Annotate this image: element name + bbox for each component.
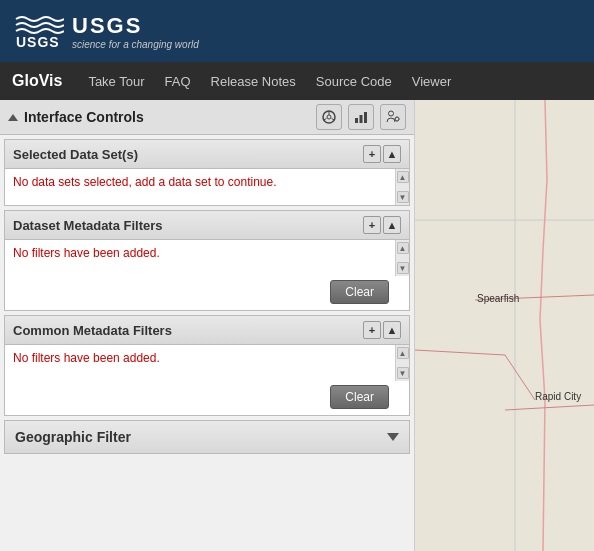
selected-datasets-collapse-btn[interactable]: ▲ — [383, 145, 401, 163]
usgs-logo-icon: USGS — [12, 9, 64, 53]
common-metadata-header: Common Metadata Filters + ▲ — [5, 316, 409, 345]
dataset-clear-button[interactable]: Clear — [330, 280, 389, 304]
svg-line-5 — [332, 119, 335, 121]
selected-datasets-add-btn[interactable]: + — [363, 145, 381, 163]
selected-datasets-header: Selected Data Set(s) + ▲ — [5, 140, 409, 169]
dataset-metadata-message: No filters have been added. — [13, 246, 160, 260]
common-metadata-collapse-btn[interactable]: ▲ — [383, 321, 401, 339]
nav-bar: GloVis Take Tour FAQ Release Notes Sourc… — [0, 62, 594, 100]
common-clear-row: Clear — [5, 381, 409, 415]
geographic-filter-header[interactable]: Geographic Filter — [5, 421, 409, 453]
common-metadata-message: No filters have been added. — [13, 351, 160, 365]
common-metadata-add-btn[interactable]: + — [363, 321, 381, 339]
svg-rect-9 — [364, 112, 367, 123]
common-clear-button[interactable]: Clear — [330, 385, 389, 409]
dataset-metadata-scrollbar: ▲ ▼ — [395, 240, 409, 276]
selected-datasets-content: No data sets selected, add a data set to… — [5, 169, 395, 205]
common-metadata-title: Common Metadata Filters — [13, 323, 172, 338]
common-metadata-scrollbar: ▲ ▼ — [395, 345, 409, 381]
dataset-scroll-down[interactable]: ▼ — [397, 262, 409, 274]
scroll-down-arrow[interactable]: ▼ — [397, 191, 409, 203]
map-svg: Spearfish Rapid City — [415, 100, 594, 551]
selected-datasets-title: Selected Data Set(s) — [13, 147, 138, 162]
interface-controls-label: Interface Controls — [24, 109, 144, 125]
geographic-filter-section: Geographic Filter — [4, 420, 410, 454]
dataset-metadata-content: No filters have been added. — [5, 240, 395, 276]
svg-text:Rapid City: Rapid City — [535, 391, 581, 402]
common-scroll-down[interactable]: ▼ — [397, 367, 409, 379]
svg-point-3 — [327, 115, 331, 119]
common-metadata-controls: + ▲ — [363, 321, 401, 339]
svg-point-10 — [389, 111, 394, 116]
usgs-text: USGS science for a changing world — [72, 13, 199, 50]
nav-release-notes[interactable]: Release Notes — [201, 74, 306, 89]
person-gear-icon[interactable] — [380, 104, 406, 130]
dataset-metadata-collapse-btn[interactable]: ▲ — [383, 216, 401, 234]
usgs-header: USGS USGS science for a changing world — [0, 0, 594, 62]
steering-wheel-icon[interactable] — [316, 104, 342, 130]
nav-faq[interactable]: FAQ — [155, 74, 201, 89]
svg-rect-7 — [355, 118, 358, 123]
svg-rect-16 — [415, 100, 594, 551]
svg-text:USGS: USGS — [16, 34, 60, 50]
dataset-metadata-add-btn[interactable]: + — [363, 216, 381, 234]
nav-take-tour[interactable]: Take Tour — [78, 74, 154, 89]
nav-viewer[interactable]: Viewer — [402, 74, 462, 89]
usgs-brand: USGS — [72, 13, 199, 39]
dataset-clear-row: Clear — [5, 276, 409, 310]
svg-line-6 — [324, 119, 327, 121]
common-scroll-up[interactable]: ▲ — [397, 347, 409, 359]
main-layout: Interface Controls — [0, 100, 594, 551]
chart-icon[interactable] — [348, 104, 374, 130]
dataset-metadata-body: No filters have been added. ▲ ▼ — [5, 240, 409, 276]
collapse-icon[interactable] — [8, 114, 18, 121]
interface-controls-header: Interface Controls — [0, 100, 414, 135]
selected-datasets-controls: + ▲ — [363, 145, 401, 163]
usgs-logo: USGS USGS science for a changing world — [12, 9, 199, 53]
svg-text:Spearfish: Spearfish — [477, 293, 519, 304]
map-area: Spearfish Rapid City — [415, 100, 594, 551]
selected-datasets-body: No data sets selected, add a data set to… — [5, 169, 409, 205]
left-panel: Interface Controls — [0, 100, 415, 551]
selected-datasets-section: Selected Data Set(s) + ▲ No data sets se… — [4, 139, 410, 206]
geographic-filter-title: Geographic Filter — [15, 429, 131, 445]
svg-point-11 — [395, 117, 399, 121]
nav-source-code[interactable]: Source Code — [306, 74, 402, 89]
svg-rect-8 — [360, 115, 363, 123]
interface-icons — [316, 104, 406, 130]
dataset-metadata-controls: + ▲ — [363, 216, 401, 234]
geographic-filter-chevron — [387, 433, 399, 441]
common-metadata-section: Common Metadata Filters + ▲ No filters h… — [4, 315, 410, 416]
common-metadata-content: No filters have been added. — [5, 345, 395, 381]
dataset-metadata-title: Dataset Metadata Filters — [13, 218, 163, 233]
dataset-metadata-section: Dataset Metadata Filters + ▲ No filters … — [4, 210, 410, 311]
selected-datasets-message: No data sets selected, add a data set to… — [13, 175, 277, 189]
common-metadata-body: No filters have been added. ▲ ▼ — [5, 345, 409, 381]
dataset-metadata-header: Dataset Metadata Filters + ▲ — [5, 211, 409, 240]
nav-brand: GloVis — [12, 72, 62, 90]
scroll-up-arrow[interactable]: ▲ — [397, 171, 409, 183]
dataset-scroll-up[interactable]: ▲ — [397, 242, 409, 254]
usgs-tagline: science for a changing world — [72, 39, 199, 50]
selected-datasets-scrollbar: ▲ ▼ — [395, 169, 409, 205]
interface-controls-title: Interface Controls — [8, 109, 144, 125]
